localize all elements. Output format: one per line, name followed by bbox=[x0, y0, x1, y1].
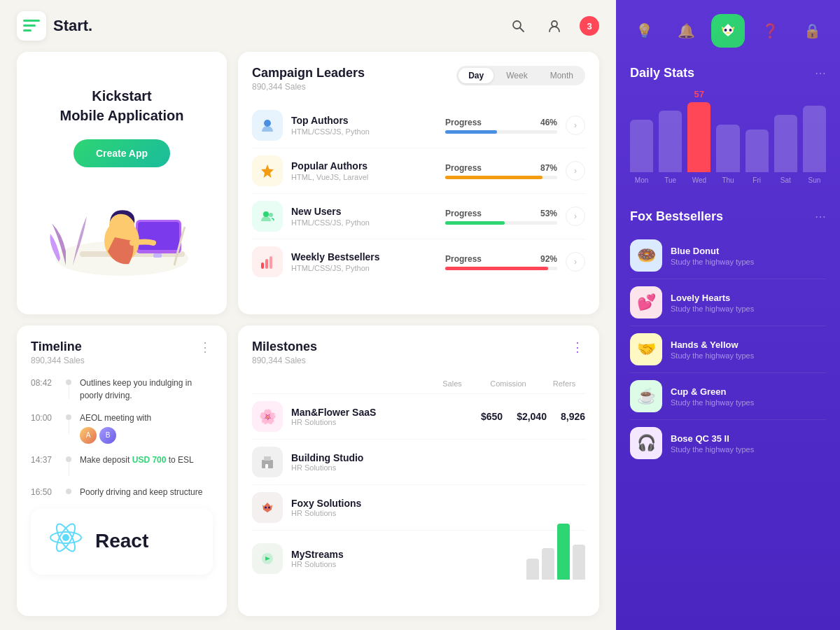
lovely-hearts-info: Lovely Hearts Study the highway types bbox=[671, 293, 826, 313]
popular-authors-progress: Progress87% bbox=[445, 163, 557, 179]
svg-point-20 bbox=[62, 534, 69, 541]
popular-authors-icon bbox=[252, 155, 283, 186]
blue-donut-sub: Study the highway types bbox=[671, 258, 826, 266]
weekly-bestsellers-name: Weekly Bestsellers bbox=[291, 251, 437, 262]
lovely-hearts-name: Lovely Hearts bbox=[671, 293, 826, 303]
lightbulb-icon: 💡 bbox=[636, 22, 653, 39]
bestsellers-menu[interactable]: ⋯ bbox=[815, 210, 826, 223]
panel-icon-question[interactable]: ❓ bbox=[753, 14, 787, 48]
tab-month[interactable]: Month bbox=[540, 68, 583, 83]
bose-sub: Study the highway types bbox=[671, 445, 826, 454]
daily-label-mon: Mon bbox=[635, 176, 648, 184]
create-app-button[interactable]: Create App bbox=[74, 139, 170, 167]
svg-point-32 bbox=[726, 32, 730, 34]
popular-authors-progress-fill bbox=[445, 176, 542, 179]
weekly-bestsellers-arrow[interactable]: › bbox=[566, 252, 585, 272]
popular-authors-name: Popular Authors bbox=[291, 160, 437, 172]
svg-line-4 bbox=[520, 28, 524, 31]
popular-authors-tech: HTML, VueJS, Laravel bbox=[291, 173, 437, 181]
svg-rect-18 bbox=[265, 259, 268, 269]
bestsellers-title: Fox Bestsellers bbox=[630, 209, 723, 224]
daily-bar-fri: Fri bbox=[746, 89, 769, 184]
svg-rect-9 bbox=[138, 222, 179, 250]
hands-yellow-name: Hands & Yellow bbox=[671, 340, 826, 350]
svg-rect-2 bbox=[23, 29, 31, 31]
manflower-sales: $650 bbox=[481, 411, 503, 422]
daily-label-sat: Sat bbox=[780, 176, 791, 184]
panel-icon-lock[interactable]: 🔒 bbox=[795, 14, 829, 48]
weekly-bestsellers-icon bbox=[252, 246, 283, 277]
tl-dot-1000 bbox=[66, 414, 71, 420]
daily-label-tue: Tue bbox=[664, 176, 676, 184]
daily-stats-header: Daily Stats ⋯ bbox=[630, 66, 826, 80]
new-users-arrow[interactable]: › bbox=[566, 206, 585, 226]
main-area: Start. 3 Kickstart Mob bbox=[0, 0, 616, 630]
manflower-stats: $650 $2,040 8,926 bbox=[481, 411, 585, 422]
mystreams-name: MyStreams bbox=[291, 549, 518, 560]
campaign-row-weekly-bestsellers: Weekly Bestsellers HTML/CSS/JS, Python P… bbox=[252, 239, 585, 284]
col-refers-header: Refers bbox=[543, 379, 585, 388]
logo-icon bbox=[17, 11, 46, 41]
tl-avatars: A B bbox=[80, 427, 151, 444]
weekly-bestsellers-progress-bar-bg bbox=[445, 267, 557, 270]
bestseller-cup-green: ☕ Cup & Green Study the highway types bbox=[630, 373, 826, 420]
milestones-stats-header: Sales Comission Refers bbox=[431, 379, 585, 388]
tl-text-0842: Outlines keep you indulging in poorly dr… bbox=[80, 377, 213, 402]
top-authors-tech: HTML/CSS/JS, Python bbox=[291, 127, 437, 136]
tl-text-1000: AEOL meeting with bbox=[80, 412, 151, 424]
new-users-progress-bar-bg bbox=[445, 221, 557, 225]
col-commission-header: Comission bbox=[487, 379, 529, 388]
bestseller-hands-yellow: 🤝 Hands & Yellow Study the highway types bbox=[630, 326, 826, 373]
ms-bar-1 bbox=[526, 559, 539, 580]
svg-marker-14 bbox=[261, 164, 274, 178]
panel-icon-bell[interactable]: 🔔 bbox=[669, 14, 703, 48]
weekly-bestsellers-info: Weekly Bestsellers HTML/CSS/JS, Python bbox=[291, 251, 437, 272]
top-authors-progress: Progress46% bbox=[445, 118, 557, 134]
question-icon: ❓ bbox=[762, 22, 779, 39]
daily-chart: Mon Tue 57 Wed Thu Fri bbox=[630, 89, 826, 187]
svg-point-13 bbox=[264, 120, 271, 127]
top-authors-arrow[interactable]: › bbox=[566, 115, 585, 135]
cup-green-thumb: ☕ bbox=[630, 380, 662, 412]
timeline-title: Timeline bbox=[31, 340, 85, 354]
foxy-icon bbox=[252, 492, 283, 523]
top-authors-progress-bar-bg bbox=[445, 130, 557, 134]
timeline-menu[interactable]: ⋮ bbox=[199, 340, 213, 355]
foxy-sub: HR Solutions bbox=[291, 509, 434, 517]
campaign-card: Campaign Leaders 890,344 Sales Day Week … bbox=[238, 52, 599, 314]
milestone-row-mystreams: MyStreams HR Solutions bbox=[252, 531, 585, 587]
timeline-header: Timeline 890,344 Sales ⋮ bbox=[31, 340, 213, 365]
svg-point-27 bbox=[265, 506, 267, 508]
tl-dot-col-1437 bbox=[66, 454, 71, 476]
new-users-tech: HTML/CSS/JS, Python bbox=[291, 218, 437, 227]
top-authors-progress-label: Progress46% bbox=[445, 118, 557, 127]
bell-icon: 🔔 bbox=[678, 22, 695, 39]
tl-text-1000-group: AEOL meeting with A B bbox=[80, 412, 151, 444]
panel-icon-fox[interactable] bbox=[711, 14, 745, 48]
svg-point-16 bbox=[269, 213, 273, 217]
timeline-entry-0842: 08:42 Outlines keep you indulging in poo… bbox=[31, 377, 213, 402]
popular-authors-arrow[interactable]: › bbox=[566, 161, 585, 181]
react-logo-icon bbox=[48, 519, 84, 564]
mystreams-icon bbox=[252, 543, 283, 574]
svg-rect-17 bbox=[261, 262, 264, 269]
svg-point-5 bbox=[552, 21, 557, 27]
new-users-progress-fill bbox=[445, 221, 505, 225]
campaign-row-popular-authors: Popular Authors HTML, VueJS, Laravel Pro… bbox=[252, 148, 585, 194]
user-icon[interactable] bbox=[543, 15, 566, 37]
search-icon[interactable] bbox=[507, 15, 529, 37]
milestones-menu[interactable]: ⋮ bbox=[571, 340, 585, 355]
bose-thumb: 🎧 bbox=[630, 427, 662, 459]
tab-day[interactable]: Day bbox=[458, 68, 493, 83]
notification-badge[interactable]: 3 bbox=[580, 16, 599, 36]
content-grid: Kickstart Mobile Application Create App bbox=[0, 52, 616, 630]
cup-green-name: Cup & Green bbox=[671, 386, 826, 397]
daily-stats-section: Daily Stats ⋯ Mon Tue 57 Wed bbox=[616, 55, 840, 198]
panel-icon-light[interactable]: 💡 bbox=[627, 14, 661, 48]
kickstart-card: Kickstart Mobile Application Create App bbox=[17, 52, 227, 314]
header-icons: 3 bbox=[507, 15, 599, 37]
daily-stats-menu[interactable]: ⋯ bbox=[815, 66, 826, 80]
tab-week[interactable]: Week bbox=[496, 68, 537, 83]
daily-bar-tue: Tue bbox=[659, 89, 682, 184]
svg-rect-10 bbox=[153, 253, 162, 258]
